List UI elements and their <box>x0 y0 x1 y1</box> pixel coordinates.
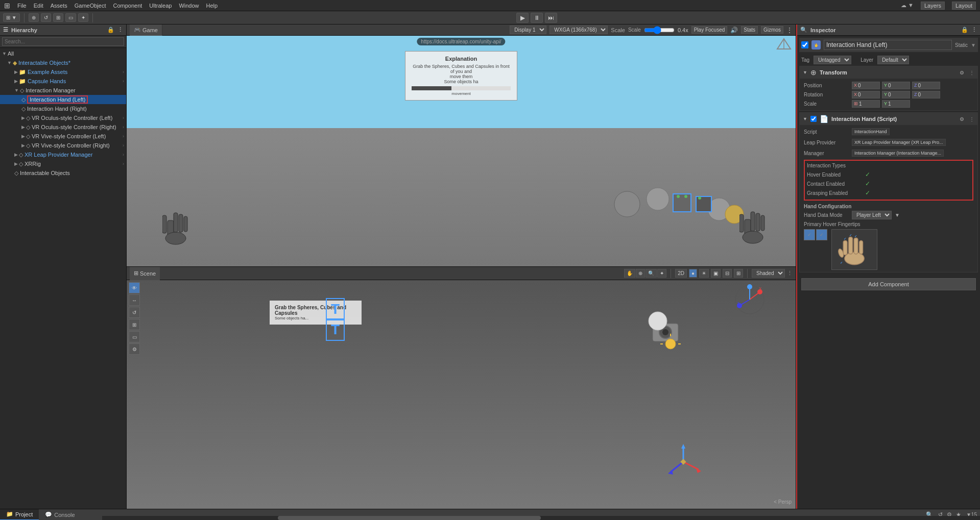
pause-button[interactable]: ⏸ <box>531 13 543 23</box>
rot-x-field[interactable]: X 0 <box>852 91 880 98</box>
scale-y-field[interactable]: Y 1 <box>882 100 910 108</box>
fingertip-thumb1[interactable]: ✓ <box>804 229 815 240</box>
h-label-xr-leap: XR Leap Provider Manager <box>25 152 92 158</box>
scene-light-btn[interactable]: ● <box>689 269 697 278</box>
more-icon[interactable]: ⋮ <box>786 27 793 34</box>
add-component-btn[interactable]: Add Component <box>801 278 976 290</box>
display-select[interactable]: Display 1 <box>510 26 546 34</box>
transform-settings-icon[interactable]: ⚙ <box>960 70 964 76</box>
scene-side-scale-btn[interactable]: ⊞ <box>129 319 140 330</box>
scene-gizmo-btn[interactable]: ⊞ <box>734 269 743 278</box>
scale-slider[interactable] <box>644 27 675 33</box>
menu-file[interactable]: File <box>17 3 27 9</box>
scene-side-rect-btn[interactable]: ▭ <box>129 331 140 342</box>
hierarchy-item-interaction-hand-left[interactable]: ◇ Interaction Hand (Left) <box>0 95 126 104</box>
step-button[interactable]: ⏭ <box>545 13 557 23</box>
hierarchy-search[interactable] <box>2 37 124 46</box>
menu-gameobject[interactable]: GameObject <box>75 3 106 9</box>
scene-menu-icon[interactable]: ⋮ <box>787 270 793 277</box>
script-more-icon[interactable]: ⋮ <box>969 116 974 122</box>
resolution-select[interactable]: WXGA (1366x768) <box>549 26 608 34</box>
hierarchy-item-xr-leap[interactable]: ▶ ◇ XR Leap Provider Manager › <box>0 150 126 159</box>
scene-grid-btn[interactable]: ⊟ <box>723 269 732 278</box>
hierarchy-item-interaction-hand-right[interactable]: ◇ Interaction Hand (Right) <box>0 104 126 113</box>
layout-btn[interactable]: Layout <box>952 2 976 10</box>
scene-tab[interactable]: ⊞ Scene <box>130 267 160 280</box>
scale-btn[interactable]: ⊞ <box>53 13 63 22</box>
object-name[interactable]: Interaction Hand (Left) <box>824 40 952 50</box>
menu-assets[interactable]: Assets <box>51 3 67 9</box>
stats-btn[interactable]: Stats <box>741 26 758 34</box>
hierarchy-item-vr-oculus-right[interactable]: ▶ ◇ VR Oculus-style Controller (Right) › <box>0 122 126 132</box>
play-focused-btn[interactable]: Play Focused <box>691 26 728 34</box>
interaction-hand-header[interactable]: ▼ 📄 Interaction Hand (Script) ⚙ ⋮ <box>800 113 977 125</box>
transform-more-icon[interactable]: ⋮ <box>969 70 974 76</box>
hierarchy-lock-icon[interactable]: 🔒 <box>107 27 114 33</box>
static-arrow[interactable]: ▼ <box>971 42 976 48</box>
rot-y-field[interactable]: Y 0 <box>882 91 910 98</box>
hand-tool[interactable]: ✋ <box>624 269 635 278</box>
script-settings-icon[interactable]: ⚙ <box>960 116 964 122</box>
layers-btn[interactable]: Layers <box>921 2 945 10</box>
hierarchy-item-interaction-manager[interactable]: ▼ ◇ Interaction Manager <box>0 86 126 95</box>
hierarchy-item-vr-vive-right[interactable]: ▶ ◇ VR Vive-style Controller (Right) › <box>0 141 126 150</box>
hierarchy-item-interactable2[interactable]: ◇ Interactable Objects <box>0 168 126 178</box>
account-dropdown[interactable]: ⊞ ▼ <box>3 13 20 22</box>
menu-ultraleap[interactable]: Ultraleap <box>149 3 172 9</box>
speaker-icon[interactable]: 🔊 <box>730 27 738 34</box>
tag-select[interactable]: Untagged <box>814 56 851 64</box>
rot-z-field[interactable]: Z 0 <box>912 91 940 98</box>
scene-side-move-btn[interactable]: ↔ <box>129 294 140 306</box>
orbit-tool[interactable]: ⊕ <box>636 269 645 278</box>
fingertip-thumb2[interactable]: ✓ <box>816 229 827 240</box>
script-icon: 📄 <box>820 115 828 123</box>
hierarchy-menu-icon[interactable]: ⋮ <box>117 27 123 33</box>
hierarchy-item-xrrig[interactable]: ▶ ◇ XRRig › <box>0 159 126 168</box>
rotate-btn[interactable]: ↺ <box>41 13 51 22</box>
console-tab[interactable]: 💬 Console <box>39 509 81 521</box>
leap-provider-value[interactable]: XR Leap Provider Manager (XR Leap Pro... <box>852 139 946 146</box>
x-label-r: X <box>854 92 857 97</box>
script-value[interactable]: InteractionHand <box>852 128 890 135</box>
pos-z-field[interactable]: Z 0 <box>912 82 940 89</box>
x-label-s: ⊞ <box>854 101 858 106</box>
scene-side-settings-btn[interactable]: ⚙ <box>129 343 140 355</box>
hierarchy-item-interactable-objects[interactable]: ▼ ◆ Interactable Objects* <box>0 58 126 67</box>
project-tab[interactable]: 📁 Project <box>0 509 39 521</box>
scale-x-field[interactable]: ⊞ 1 <box>852 100 880 108</box>
game-tab[interactable]: 🎮 Game <box>130 24 162 36</box>
play-button[interactable]: ▶ <box>516 13 529 23</box>
script-active-checkbox[interactable] <box>810 116 817 122</box>
scene-fx-btn[interactable]: ▣ <box>711 269 721 278</box>
menu-component[interactable]: Component <box>113 3 142 9</box>
pos-x-field[interactable]: X 0 <box>852 82 880 89</box>
hand-data-mode-select[interactable]: Player Left <box>852 211 892 219</box>
inspector-lock-icon[interactable]: 🔒 <box>961 27 968 33</box>
object-active-checkbox[interactable] <box>801 41 808 48</box>
hierarchy-item-capsule-hands[interactable]: ▶ 📁 Capsule Hands › <box>0 77 126 86</box>
flythrough-tool[interactable]: ✦ <box>657 269 666 278</box>
scene-side-rotate-btn[interactable]: ↺ <box>129 307 140 318</box>
hierarchy-item-vr-vive-left[interactable]: ▶ ◇ VR Vive-style Controller (Left) › <box>0 132 126 141</box>
hierarchy-item-vr-oculus-left[interactable]: ▶ ◇ VR Oculus-style Controller (Left) › <box>0 113 126 122</box>
hierarchy-item-all[interactable]: ▼ All <box>0 49 126 58</box>
transform-btn[interactable]: ⊕ <box>29 13 39 22</box>
scene-render-select[interactable]: Shaded <box>752 269 785 278</box>
menu-edit[interactable]: Edit <box>34 3 43 9</box>
svg-text:Y: Y <box>749 284 752 287</box>
menu-help[interactable]: Help <box>206 3 218 9</box>
multi-btn[interactable]: ✦ <box>78 13 88 22</box>
zoom-tool[interactable]: 🔍 <box>646 269 657 278</box>
pos-y-field[interactable]: Y 0 <box>882 82 910 89</box>
manager-value[interactable]: Interaction Manager (Interaction Manage.… <box>852 150 944 157</box>
menu-window[interactable]: Window <box>179 3 199 9</box>
inspector-menu-icon[interactable]: ⋮ <box>971 27 977 33</box>
gizmos-btn[interactable]: Gizmos <box>761 26 783 34</box>
scene-2d-btn[interactable]: 2D <box>675 269 687 278</box>
scene-sun-btn[interactable]: ☀ <box>699 269 709 278</box>
hierarchy-item-example-assets[interactable]: ▶ 📁 Example Assets › <box>0 67 126 77</box>
layer-select[interactable]: Default <box>877 56 909 64</box>
transform-header[interactable]: ▼ ⊕ Transform ⚙ ⋮ <box>800 66 977 79</box>
rect-btn[interactable]: ▭ <box>65 13 76 22</box>
scene-side-view-btn[interactable]: 👁 <box>129 282 140 293</box>
